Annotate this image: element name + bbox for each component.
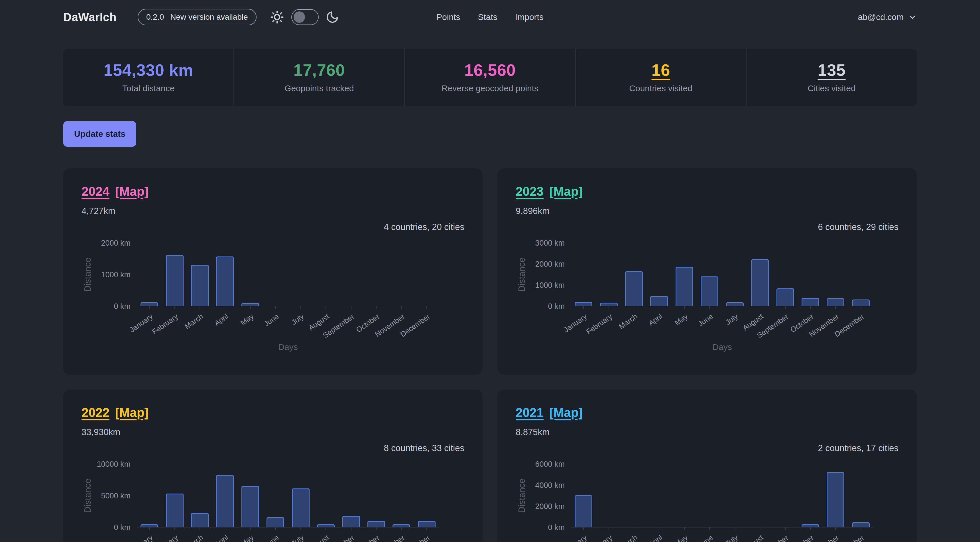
bar-2023-november[interactable] — [827, 298, 844, 306]
x-tick-label: January — [128, 312, 154, 334]
x-tick-label: March — [617, 533, 639, 542]
x-tick-label: July — [724, 312, 740, 327]
bar-2022-november[interactable] — [393, 525, 410, 527]
bar-2023-december[interactable] — [852, 299, 870, 306]
bar-2023-april[interactable] — [650, 296, 668, 306]
bar-2023-july[interactable] — [726, 302, 744, 306]
x-tick-mark — [835, 527, 836, 530]
x-tick-mark — [351, 527, 352, 530]
bar-2024-april[interactable] — [216, 256, 234, 306]
map-link[interactable]: [Map] — [115, 405, 148, 420]
nav-link-imports[interactable]: Imports — [515, 12, 544, 22]
bar-2023-august[interactable] — [751, 259, 769, 306]
bar-2023-february[interactable] — [600, 303, 618, 306]
x-tick-label: May — [673, 533, 689, 542]
x-tick-mark — [351, 306, 352, 308]
bar-2023-september[interactable] — [776, 288, 794, 306]
chart-plot-area[interactable]: Days JanuaryFebruaryMarchAprilMayJuneJul… — [137, 243, 439, 306]
bar-2024-january[interactable] — [140, 302, 158, 306]
year-link[interactable]: 2021 — [515, 405, 544, 420]
bar-2024-february[interactable] — [166, 255, 184, 306]
bar-2022-october[interactable] — [368, 521, 385, 527]
version-badge[interactable]: 0.2.0 New version available — [138, 9, 256, 25]
bar-2022-june[interactable] — [267, 517, 284, 527]
bar-2022-february[interactable] — [166, 494, 184, 527]
bar-2021-october[interactable] — [802, 525, 819, 527]
bar-2022-april[interactable] — [216, 475, 234, 527]
chart-plot-area[interactable]: Days JanuaryFebruaryMarchAprilMayJuneJul… — [571, 464, 873, 528]
bar-2022-july[interactable] — [292, 488, 310, 527]
x-tick-mark — [709, 306, 710, 308]
year-link[interactable]: 2023 — [515, 184, 544, 199]
y-tick-label: 4000 km — [535, 481, 565, 490]
stat-reverse-geocoded-points: 16,560Reverse geocoded points — [404, 49, 575, 106]
bar-2022-august[interactable] — [317, 525, 335, 527]
y-axis-ticks: 10000 km5000 km0 km — [94, 464, 137, 528]
year-card-2023: 2023 [Map] 9,896km 6 countries, 29 citie… — [497, 168, 917, 375]
theme-toggle[interactable] — [291, 9, 319, 25]
y-tick-label: 2000 km — [535, 502, 565, 511]
year-link[interactable]: 2024 — [81, 184, 110, 199]
x-tick-mark — [609, 306, 609, 308]
y-tick-label: 0 km — [548, 523, 565, 532]
x-tick-label: April — [213, 533, 230, 542]
chart-plot-area[interactable]: Days JanuaryFebruaryMarchAprilMayJuneJul… — [571, 243, 873, 306]
x-tick-mark — [659, 527, 659, 530]
x-tick-mark — [785, 527, 786, 530]
x-tick-label: April — [647, 312, 664, 328]
year-card-2022: 2022 [Map] 33,930km 8 countries, 33 citi… — [63, 389, 483, 542]
chart-plot-area[interactable]: Days JanuaryFebruaryMarchAprilMayJuneJul… — [137, 464, 439, 528]
bar-2023-march[interactable] — [625, 271, 643, 306]
x-tick-mark — [634, 527, 634, 530]
x-tick-mark — [735, 527, 735, 530]
nav-link-stats[interactable]: Stats — [478, 12, 497, 22]
x-tick-label: March — [183, 533, 205, 542]
x-tick-label: May — [239, 533, 255, 542]
x-tick-mark — [275, 306, 276, 308]
x-tick-label: June — [696, 312, 714, 329]
nav-link-points[interactable]: Points — [436, 12, 460, 22]
year-distance: 33,930km — [81, 427, 465, 437]
x-tick-mark — [810, 527, 811, 530]
map-link[interactable]: [Map] — [549, 184, 583, 199]
bar-2022-september[interactable] — [342, 516, 360, 527]
bar-2021-january[interactable] — [575, 495, 592, 527]
bar-2024-may[interactable] — [242, 303, 259, 306]
x-tick-mark — [426, 306, 427, 308]
year-link[interactable]: 2022 — [81, 405, 110, 420]
y-tick-label: 10000 km — [97, 460, 130, 469]
x-tick-label: October — [355, 533, 382, 542]
year-summary: 2 countries, 17 cities — [515, 443, 899, 453]
app-logo[interactable]: DaWarIch — [63, 11, 116, 24]
bar-2023-june[interactable] — [701, 277, 718, 306]
x-tick-mark — [735, 306, 735, 308]
bar-2022-december[interactable] — [418, 521, 436, 527]
account-menu[interactable]: ab@cd.com — [858, 12, 917, 22]
y-tick-label: 0 km — [114, 523, 130, 532]
y-axis-title: Distance — [515, 464, 528, 528]
stat-value: 154,330 km — [63, 60, 234, 79]
x-tick-label: July — [290, 533, 306, 542]
stats-panel: 154,330 kmTotal distance17,760Geopoints … — [63, 49, 917, 106]
x-tick-label: January — [128, 533, 154, 542]
stat-value[interactable]: 16 — [576, 60, 746, 79]
x-tick-mark — [709, 527, 710, 530]
x-tick-mark — [401, 527, 402, 530]
main-content: 154,330 kmTotal distance17,760Geopoints … — [63, 49, 917, 542]
bar-2022-january[interactable] — [140, 525, 158, 527]
bar-2021-november[interactable] — [827, 472, 844, 527]
map-link[interactable]: [Map] — [115, 184, 148, 199]
update-stats-button[interactable]: Update stats — [63, 121, 136, 147]
map-link[interactable]: [Map] — [549, 405, 583, 420]
bar-2023-october[interactable] — [802, 298, 819, 306]
stat-countries-visited: 16Countries visited — [575, 49, 746, 106]
bar-2021-december[interactable] — [852, 522, 870, 527]
bar-2023-may[interactable] — [676, 267, 693, 306]
stat-cities-visited: 135Cities visited — [746, 49, 917, 106]
x-tick-mark — [224, 527, 225, 530]
stat-value[interactable]: 135 — [746, 60, 917, 79]
bar-2024-march[interactable] — [191, 265, 208, 306]
bar-2023-january[interactable] — [575, 302, 592, 306]
bar-2022-may[interactable] — [242, 486, 259, 527]
bar-2022-march[interactable] — [191, 513, 208, 527]
